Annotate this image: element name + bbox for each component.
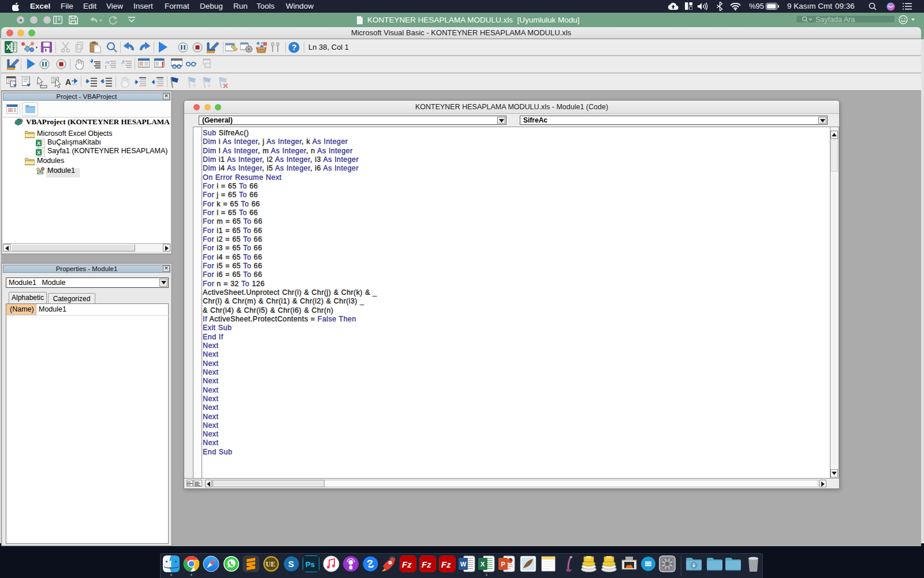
svg-text:X: X — [37, 140, 40, 146]
svg-text:W: W — [460, 561, 467, 568]
svg-text:X: X — [6, 43, 12, 51]
svg-text:?: ? — [292, 43, 297, 52]
svg-text:X: X — [480, 561, 485, 568]
svg-text:UE: UE — [266, 560, 275, 568]
svg-text:X: X — [37, 150, 40, 155]
svg-text:Ps: Ps — [305, 560, 315, 569]
svg-text:P: P — [501, 561, 505, 568]
svg-text:A: A — [65, 77, 71, 87]
svg-text:Fz: Fz — [422, 560, 431, 569]
svg-text:Fz: Fz — [402, 560, 412, 569]
svg-text:Fz: Fz — [441, 560, 451, 569]
svg-text:!: ! — [161, 60, 164, 69]
svg-text:S: S — [288, 559, 294, 569]
